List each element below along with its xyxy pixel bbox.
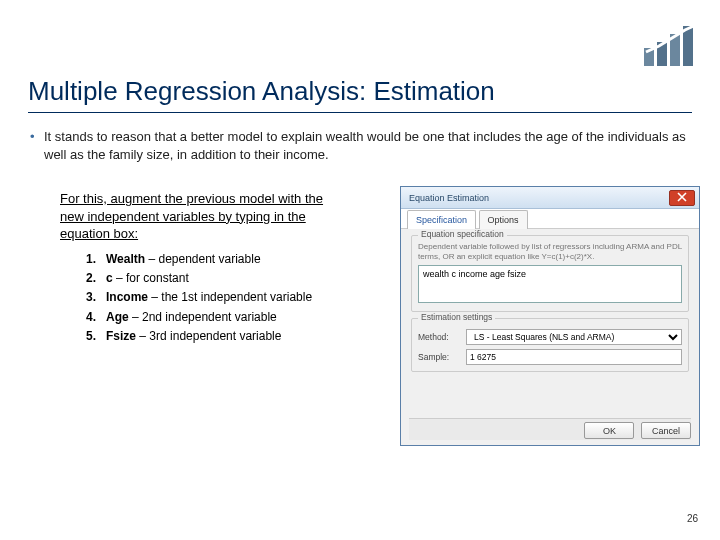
dialog-title: Equation Estimation bbox=[409, 193, 489, 203]
dialog-tabs: Specification Options bbox=[401, 209, 699, 229]
slide-title: Multiple Regression Analysis: Estimation bbox=[28, 76, 495, 107]
ok-button[interactable]: OK bbox=[584, 422, 634, 439]
estimation-settings-group: Estimation settings Method: LS - Least S… bbox=[411, 318, 689, 372]
method-select[interactable]: LS - Least Squares (NLS and ARMA) bbox=[466, 329, 682, 345]
slide-logo bbox=[642, 22, 702, 70]
close-button[interactable] bbox=[669, 190, 695, 206]
list-item: 5.Fsize – 3rd independent variable bbox=[86, 327, 312, 346]
list-item: 4.Age – 2nd independent variable bbox=[86, 308, 312, 327]
equation-spec-group: Equation specification Dependent variabl… bbox=[411, 235, 689, 312]
close-icon bbox=[677, 192, 687, 202]
list-item: 3.Income – the 1st independent variable bbox=[86, 288, 312, 307]
equation-hint: Dependent variable followed by list of r… bbox=[418, 242, 682, 261]
dialog-titlebar: Equation Estimation bbox=[401, 187, 699, 209]
instruction-text: For this, augment the previous model wit… bbox=[60, 190, 340, 243]
tab-options[interactable]: Options bbox=[479, 210, 528, 229]
intro-bullet: It stands to reason that a better model … bbox=[44, 128, 692, 163]
list-item: 1.Wealth – dependent variable bbox=[86, 250, 312, 269]
dialog-button-row: OK Cancel bbox=[409, 418, 691, 440]
tab-specification[interactable]: Specification bbox=[407, 210, 476, 229]
cancel-button[interactable]: Cancel bbox=[641, 422, 691, 439]
equation-estimation-dialog: Equation Estimation Specification Option… bbox=[400, 186, 700, 446]
title-rule bbox=[28, 112, 692, 113]
page-number: 26 bbox=[687, 513, 698, 524]
list-item: 2.c – for constant bbox=[86, 269, 312, 288]
variable-list: 1.Wealth – dependent variable 2.c – for … bbox=[86, 250, 312, 346]
equation-input[interactable]: wealth c income age fsize bbox=[418, 265, 682, 303]
sample-label: Sample: bbox=[418, 352, 462, 362]
sample-input[interactable] bbox=[466, 349, 682, 365]
method-label: Method: bbox=[418, 332, 462, 342]
